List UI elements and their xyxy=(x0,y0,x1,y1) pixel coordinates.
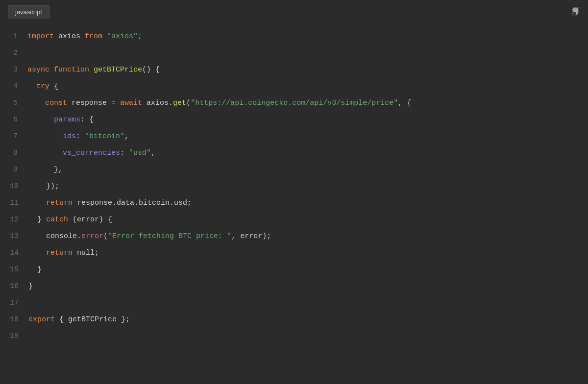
line-content: vs_currencies: "usd", xyxy=(27,145,155,162)
code-line: 5 const response = await axios.get("http… xyxy=(0,95,588,112)
line-number: 2 xyxy=(10,45,27,62)
code-line: 18export { getBTCPrice }; xyxy=(0,312,588,328)
line-number: 15 xyxy=(10,262,28,278)
line-number: 17 xyxy=(10,295,28,312)
code-line: 1import axios from "axios"; xyxy=(0,28,588,45)
line-number: 16 xyxy=(10,278,28,295)
code-line: 10 }); xyxy=(0,178,588,195)
line-content: export { getBTCPrice }; xyxy=(28,312,130,328)
copy-icon[interactable]: 🗐 xyxy=(571,7,580,17)
code-line: 8 vs_currencies: "usd", xyxy=(0,145,588,162)
line-number: 12 xyxy=(10,212,28,228)
code-line: 15 } xyxy=(0,262,588,278)
code-line: 14 return null; xyxy=(0,245,588,262)
code-line: 7 ids: "bitcoin", xyxy=(0,128,588,145)
line-content: } xyxy=(28,278,33,295)
code-line: 4 try { xyxy=(0,78,588,95)
line-number: 18 xyxy=(10,312,28,328)
line-number: 8 xyxy=(10,145,27,162)
code-line: 17 xyxy=(0,295,588,312)
line-number: 4 xyxy=(10,78,27,95)
line-number: 7 xyxy=(10,128,27,145)
line-number: 11 xyxy=(10,195,28,212)
line-content xyxy=(28,295,33,312)
line-content: } xyxy=(28,262,42,278)
tab-bar: javascript 🗐 xyxy=(0,0,588,19)
code-line: 3async function getBTCPrice() { xyxy=(0,62,588,78)
line-number: 6 xyxy=(10,112,27,128)
line-content: const response = await axios.get("https:… xyxy=(27,95,411,112)
code-line: 11 return response.data.bitcoin.usd; xyxy=(0,195,588,212)
code-line: 12 } catch (error) { xyxy=(0,212,588,228)
code-line: 16} xyxy=(0,278,588,295)
line-number: 9 xyxy=(10,162,27,178)
line-content xyxy=(27,45,32,62)
code-line: 2 xyxy=(0,45,588,62)
code-line: 13 console.error("Error fetching BTC pri… xyxy=(0,228,588,245)
editor-container: javascript 🗐 1import axios from "axios";… xyxy=(0,0,588,384)
line-number: 13 xyxy=(10,228,28,245)
line-number: 19 xyxy=(10,328,28,345)
line-content: }); xyxy=(28,178,59,195)
line-number: 3 xyxy=(10,62,27,78)
line-content: ids: "bitcoin", xyxy=(27,128,129,145)
language-tab[interactable]: javascript xyxy=(8,5,49,19)
code-area: 1import axios from "axios";2 3async func… xyxy=(0,19,588,384)
line-number: 10 xyxy=(10,178,28,195)
line-content xyxy=(28,328,33,345)
line-content: } catch (error) { xyxy=(28,212,112,228)
line-content: import axios from "axios"; xyxy=(27,28,142,45)
code-line: 9 }, xyxy=(0,162,588,178)
line-content: return response.data.bitcoin.usd; xyxy=(28,195,192,212)
code-line: 6 params: { xyxy=(0,112,588,128)
line-content: try { xyxy=(27,78,58,95)
line-content: return null; xyxy=(28,245,99,262)
line-number: 14 xyxy=(10,245,28,262)
line-content: async function getBTCPrice() { xyxy=(27,62,160,78)
line-content: params: { xyxy=(27,112,94,128)
line-content: console.error("Error fetching BTC price:… xyxy=(28,228,271,245)
line-number: 5 xyxy=(10,95,27,112)
line-content: }, xyxy=(27,162,63,178)
code-line: 19 xyxy=(0,328,588,345)
line-number: 1 xyxy=(10,28,27,45)
